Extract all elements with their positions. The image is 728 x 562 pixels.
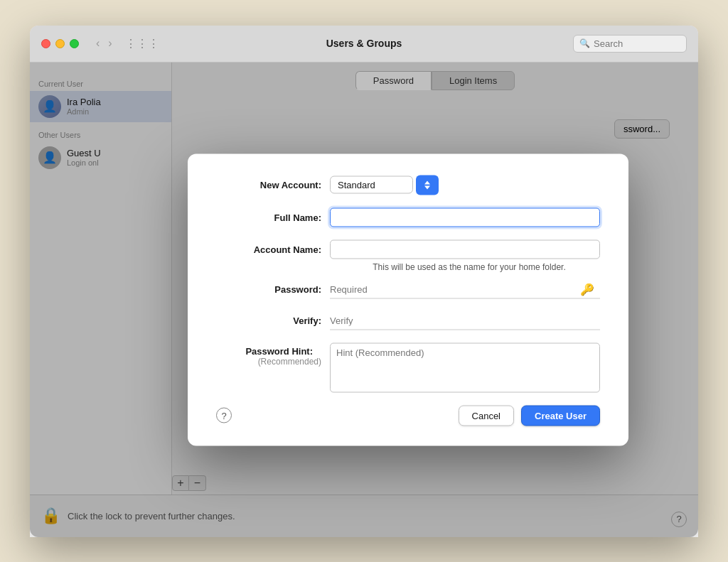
account-name-row: Account Name: [216,239,600,259]
account-type-select[interactable]: Administrator Standard Sharing Only Grou… [330,176,413,194]
search-icon: 🔍 [579,38,590,48]
arrow-down-icon [424,185,430,189]
password-hint-label: Password Hint: [216,345,321,356]
full-name-row: Full Name: [216,207,600,227]
create-user-dialog: New Account: Administrator Standard Shar… [188,153,628,445]
password-hint-input[interactable] [330,342,600,392]
account-name-input[interactable] [330,239,600,259]
select-arrows[interactable] [416,175,439,195]
password-input-wrapper: 🔑 [330,280,600,298]
password-hint-row: Password Hint: (Recommended) [216,342,600,392]
dialog-help-button[interactable]: ? [216,408,232,423]
cancel-button[interactable]: Cancel [459,405,514,426]
search-box[interactable]: 🔍 [573,35,687,53]
account-name-hint: This will be used as the name for your h… [338,261,600,271]
verify-row: Verify: [216,311,600,330]
password-hint-sublabel: (Recommended) [216,356,321,366]
forward-button[interactable]: › [105,36,114,50]
full-name-input[interactable] [330,207,600,227]
arrow-up-icon [424,180,430,184]
password-row: Password: 🔑 [216,280,600,298]
back-button[interactable]: ‹ [93,36,102,50]
new-account-label: New Account: [216,180,330,190]
verify-label: Verify: [216,315,330,326]
close-button[interactable] [41,39,50,48]
verify-input[interactable] [330,311,600,330]
account-name-hint-row: This will be used as the name for your h… [216,261,600,271]
account-name-label: Account Name: [216,244,330,254]
window-body: Password Login Items Current User 👤 Ira … [30,63,698,537]
main-window: ‹ › ⋮⋮⋮ Users & Groups 🔍 Password Login … [30,26,698,537]
account-type-wrapper: Administrator Standard Sharing Only Grou… [330,175,439,195]
grid-icon[interactable]: ⋮⋮⋮ [125,37,159,50]
password-key-icon[interactable]: 🔑 [580,283,594,296]
search-input[interactable] [594,38,680,49]
dialog-buttons: ? Cancel Create User [216,405,600,426]
full-name-label: Full Name: [216,212,330,222]
new-account-row: New Account: Administrator Standard Shar… [216,175,600,195]
create-user-button[interactable]: Create User [521,405,600,426]
nav-buttons: ‹ › [93,36,115,50]
titlebar: ‹ › ⋮⋮⋮ Users & Groups 🔍 [30,26,698,63]
password-label: Password: [216,284,330,295]
traffic-lights [41,39,79,48]
password-input[interactable] [330,280,600,298]
minimize-button[interactable] [55,39,65,48]
account-name-outer: Account Name: This will be used as the n… [216,239,600,271]
fullscreen-button[interactable] [70,39,79,48]
password-hint-label-wrapper: Password Hint: (Recommended) [216,342,330,366]
window-title: Users & Groups [326,38,402,49]
